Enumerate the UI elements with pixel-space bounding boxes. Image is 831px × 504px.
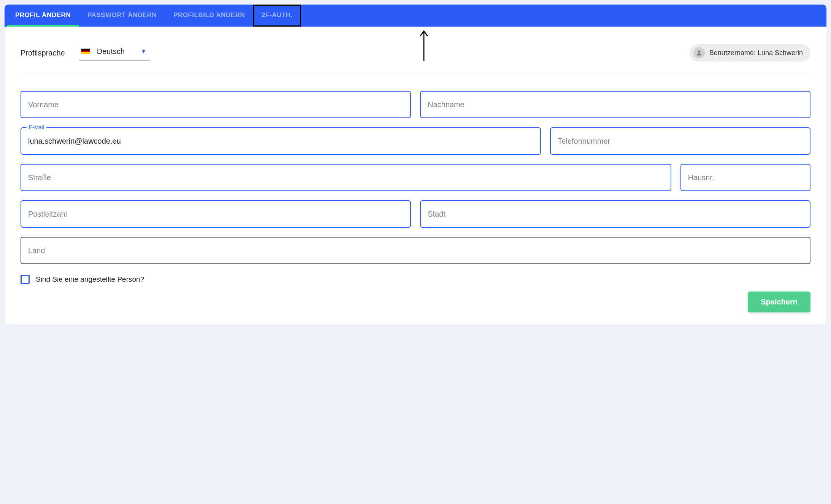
- last-name-input[interactable]: [428, 100, 803, 109]
- tab-bar: PROFIL ÄNDERN PASSWORT ÄNDERN PROFILBILD…: [5, 5, 826, 27]
- profile-settings-card: PROFIL ÄNDERN PASSWORT ÄNDERN PROFILBILD…: [5, 5, 826, 325]
- zip-field[interactable]: Postleitzahl: [21, 200, 411, 228]
- city-field[interactable]: Stadt: [420, 200, 810, 228]
- email-label: E-Mail: [27, 124, 46, 130]
- street-input[interactable]: [28, 173, 664, 182]
- employee-checkbox-label: Sind Sie eine angestellte Person?: [36, 275, 144, 284]
- employee-checkbox[interactable]: [21, 275, 30, 284]
- houseno-field[interactable]: Hausnr.: [680, 164, 810, 191]
- language-label: Profilsprache: [21, 49, 65, 57]
- caret-down-icon: ▼: [141, 48, 146, 54]
- language-select[interactable]: Deutsch ▼: [79, 46, 150, 60]
- first-name-field[interactable]: Vorname: [21, 91, 411, 118]
- content-area: Profilsprache Deutsch ▼ Benutzername: Lu…: [5, 27, 826, 325]
- first-name-input[interactable]: [28, 100, 403, 109]
- profile-form: Vorname Nachname E-Mail Telefonnummer: [21, 91, 810, 264]
- svg-point-1: [698, 51, 700, 53]
- country-input[interactable]: [28, 246, 803, 255]
- phone-field[interactable]: Telefonnummer: [550, 127, 810, 155]
- username-text: Benutzername: Luna Schwerin: [709, 49, 803, 57]
- country-field[interactable]: Land: [21, 237, 810, 264]
- tab-change-avatar[interactable]: PROFILBILD ÄNDERN: [165, 5, 253, 27]
- language-value: Deutsch: [97, 47, 134, 56]
- phone-input[interactable]: [558, 137, 803, 146]
- email-input[interactable]: [28, 137, 533, 146]
- avatar-icon: [693, 47, 705, 59]
- houseno-input[interactable]: [688, 173, 803, 182]
- top-row: Profilsprache Deutsch ▼ Benutzername: Lu…: [21, 34, 810, 73]
- tab-change-password[interactable]: PASSWORT ÄNDERN: [79, 5, 165, 27]
- street-field[interactable]: Straße: [21, 164, 671, 191]
- tab-edit-profile[interactable]: PROFIL ÄNDERN: [7, 5, 79, 27]
- username-chip: Benutzername: Luna Schwerin: [690, 44, 810, 62]
- tab-2fa[interactable]: 2F-AUTH.: [253, 5, 301, 27]
- last-name-field[interactable]: Nachname: [420, 91, 810, 118]
- flag-de-icon: [81, 48, 90, 54]
- language-block: Profilsprache Deutsch ▼: [21, 46, 150, 60]
- save-button[interactable]: Speichern: [748, 292, 810, 312]
- action-row: Speichern: [21, 292, 810, 312]
- email-field[interactable]: E-Mail: [21, 127, 541, 155]
- city-input[interactable]: [428, 210, 803, 219]
- zip-input[interactable]: [28, 210, 403, 219]
- employee-checkbox-row: Sind Sie eine angestellte Person?: [21, 275, 810, 284]
